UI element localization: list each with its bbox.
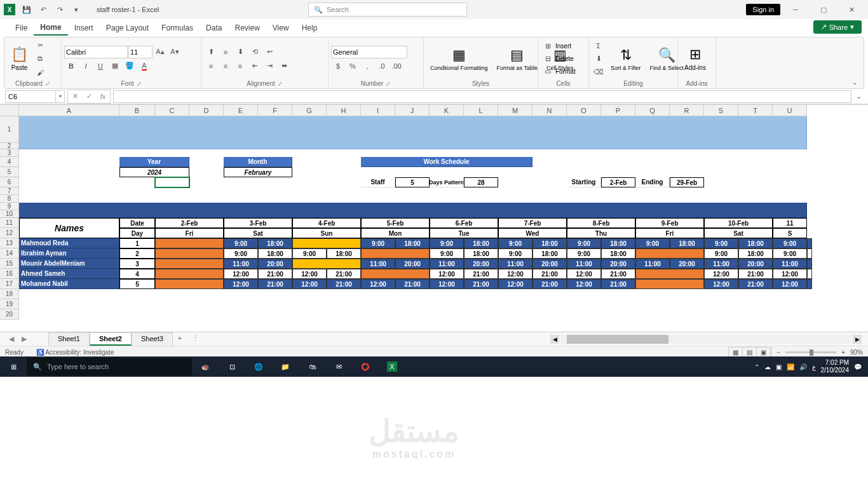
schedule-in[interactable]: 12:00	[292, 269, 327, 279]
schedule-in[interactable]: 12:00	[498, 279, 532, 289]
align-top-button[interactable]: ⬆	[204, 46, 218, 58]
column-header[interactable]: I	[361, 105, 395, 116]
schedule-in[interactable]: 11:00	[498, 259, 532, 269]
column-header[interactable]: B	[119, 105, 155, 116]
day-cell[interactable]: Fri	[635, 228, 704, 238]
spreadsheet-grid[interactable]: ABCDEFGHIJKLMNOPQRSTU 123456789101112131…	[0, 104, 868, 332]
name-box-dropdown[interactable]: ▾	[56, 90, 65, 103]
italic-button[interactable]: I	[79, 60, 93, 72]
column-header[interactable]: N	[532, 105, 567, 116]
add-sheet-button[interactable]: +	[173, 332, 187, 346]
sheet-tab-2[interactable]: Sheet2	[90, 332, 132, 346]
maximize-button[interactable]: ▢	[811, 1, 836, 18]
schedule-out[interactable]	[807, 279, 812, 289]
taskbar-search[interactable]: 🔍 Type here to search	[27, 358, 192, 376]
schedule-out[interactable]: 18:00	[532, 238, 567, 248]
staff-number[interactable]: 3	[119, 259, 155, 269]
tab-formulas[interactable]: Formulas	[155, 21, 200, 35]
schedule-in[interactable]: 11:00	[361, 259, 395, 269]
decrease-indent-button[interactable]: ⇤	[248, 60, 262, 72]
schedule-in[interactable]: 12:00	[567, 269, 601, 279]
date-cell[interactable]: 4-Feb	[292, 218, 361, 228]
schedule-out[interactable]: 21:00	[258, 279, 292, 289]
increase-font-button[interactable]: A▴	[153, 46, 167, 58]
increase-decimal-button[interactable]: .0	[375, 60, 389, 72]
notifications-icon[interactable]: 💬	[854, 363, 862, 370]
enter-formula-button[interactable]: ✓	[82, 90, 96, 103]
edge-icon[interactable]: 🌐	[245, 356, 272, 377]
staff-name[interactable]: Ibrahim Ayman	[19, 248, 119, 259]
store-icon[interactable]: 🛍	[299, 356, 325, 377]
date-cell[interactable]: 10-Feb	[704, 218, 773, 228]
selected-cell[interactable]	[155, 177, 189, 187]
fill-color-button[interactable]: 🪣	[123, 60, 137, 72]
schedule-in[interactable]: 9:00	[361, 238, 395, 248]
schedule-in[interactable]: 9:00	[430, 248, 464, 259]
row-header[interactable]: 16	[0, 269, 19, 279]
schedule-in[interactable]: 11:00	[704, 259, 738, 269]
column-header[interactable]: K	[430, 105, 464, 116]
row-header[interactable]: 20	[0, 309, 19, 320]
clear-button[interactable]: ⌫	[592, 66, 606, 79]
schedule-out[interactable]: 21:00	[258, 269, 292, 279]
tab-insert[interactable]: Insert	[68, 21, 100, 35]
staff-label[interactable]: Staff	[361, 177, 395, 187]
schedule-in[interactable]: 9:00	[773, 248, 807, 259]
excel-taskbar-icon[interactable]: X	[379, 356, 405, 377]
alignment-launcher[interactable]: ⤢	[278, 81, 283, 87]
font-color-button[interactable]: A	[137, 60, 151, 72]
font-launcher[interactable]: ⤢	[137, 81, 142, 87]
column-header[interactable]: J	[395, 105, 430, 116]
number-format-select[interactable]	[331, 46, 407, 58]
month-value[interactable]: February	[224, 167, 292, 177]
column-header[interactable]: P	[601, 105, 635, 116]
ending-label[interactable]: Ending	[635, 177, 670, 187]
formula-input[interactable]	[113, 90, 851, 103]
column-header[interactable]: A	[19, 105, 119, 116]
schedule-out[interactable]: 18:00	[327, 248, 361, 259]
day-header[interactable]: Day	[119, 228, 155, 238]
comma-button[interactable]: ,	[360, 60, 374, 72]
language-icon[interactable]: ع	[812, 363, 816, 370]
staff-number[interactable]: 2	[119, 248, 155, 259]
schedule-in[interactable]: 12:00	[430, 279, 464, 289]
insert-function-button[interactable]: fx	[96, 90, 110, 103]
schedule-in[interactable]: 9:00	[498, 248, 532, 259]
schedule-out[interactable]	[807, 259, 812, 269]
schedule-out[interactable]: 20:00	[738, 259, 773, 269]
schedule-out[interactable]: 18:00	[258, 248, 292, 259]
days-pattern-label[interactable]: Days Pattern	[430, 177, 464, 187]
accessibility-status[interactable]: ♿ Accessibility: Investigate	[36, 349, 114, 356]
zoom-level[interactable]: 90%	[850, 349, 863, 356]
schedule-off[interactable]	[635, 279, 704, 289]
schedule-out[interactable]: 18:00	[738, 248, 773, 259]
work-schedule-header[interactable]: Work Schedule	[361, 157, 532, 167]
schedule-out[interactable]: 20:00	[395, 259, 430, 269]
staff-name[interactable]: Mohamed Nabil	[19, 279, 119, 289]
schedule-in[interactable]: 12:00	[498, 269, 532, 279]
schedule-out[interactable]	[807, 238, 812, 248]
schedule-out[interactable]: 18:00	[738, 238, 773, 248]
date-cell[interactable]: 11	[773, 218, 807, 228]
date-cell[interactable]: 7-Feb	[498, 218, 567, 228]
row-header[interactable]: 2	[0, 143, 19, 149]
staff-number[interactable]: 4	[119, 269, 155, 279]
day-cell[interactable]: Sun	[292, 228, 361, 238]
day-cell[interactable]: Sat	[224, 228, 292, 238]
row-header[interactable]: 8	[0, 195, 19, 203]
schedule-in[interactable]: 12:00	[224, 269, 258, 279]
search-box[interactable]: 🔍 Search	[308, 3, 467, 17]
clipboard-launcher[interactable]: ⤢	[45, 81, 50, 87]
column-header[interactable]: R	[670, 105, 704, 116]
row-header[interactable]: 19	[0, 299, 19, 309]
date-cell[interactable]: 5-Feb	[361, 218, 430, 228]
format-painter-button[interactable]: 🖌	[33, 66, 47, 79]
header-band[interactable]	[19, 116, 807, 149]
column-header[interactable]: S	[704, 105, 738, 116]
tab-home[interactable]: Home	[34, 20, 67, 36]
schedule-in[interactable]: 9:00	[224, 238, 258, 248]
align-bottom-button[interactable]: ⬇	[233, 46, 247, 58]
schedule-off[interactable]	[361, 248, 430, 259]
day-cell[interactable]: S	[773, 228, 807, 238]
schedule-in[interactable]: 9:00	[498, 238, 532, 248]
